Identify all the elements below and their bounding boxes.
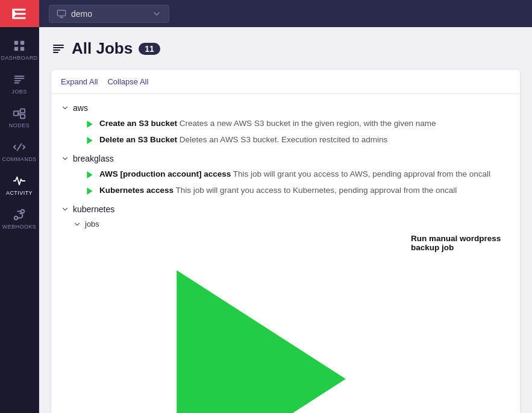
- group-breakglass-children: AWS [production account] access This job…: [51, 166, 520, 199]
- job-aws-prod-access[interactable]: AWS [production account] access This job…: [63, 166, 520, 183]
- svg-rect-7: [20, 115, 25, 118]
- svg-rect-6: [20, 109, 25, 113]
- svg-rect-4: [20, 47, 24, 51]
- job-create-s3-text: Create an S3 bucket Creates a new AWS S3…: [99, 119, 436, 128]
- svg-marker-12: [87, 121, 92, 128]
- sidebar-item-commands[interactable]: COMMANDS: [0, 134, 39, 168]
- svg-line-8: [17, 144, 21, 151]
- jobs-count-badge: 11: [139, 43, 160, 55]
- sidebar-item-jobs-label: JOBS: [11, 89, 27, 95]
- sidebar-item-webhooks-label: WEBHOOKS: [2, 224, 37, 230]
- sidebar-item-dashboard[interactable]: DASHBOARD: [0, 33, 39, 67]
- collapse-all-button[interactable]: Collapse All: [107, 77, 148, 86]
- svg-marker-15: [87, 188, 92, 195]
- group-breakglass: breakglass AWS [production account] acce…: [51, 150, 520, 200]
- group-aws-children: Create an S3 bucket Creates a new AWS S3…: [51, 116, 520, 148]
- group-kubernetes: kubernetes jobs Run manual wordpress bac…: [51, 200, 520, 413]
- group-kubernetes-header[interactable]: kubernetes: [51, 201, 520, 217]
- sidebar-item-activity-label: ACTIVITY: [6, 190, 33, 196]
- subgroup-jobs-children: Run manual wordpress backup job: [63, 231, 520, 413]
- svg-marker-13: [87, 137, 92, 144]
- svg-rect-11: [57, 10, 65, 16]
- page-title: All Jobs 11: [51, 39, 160, 58]
- header: demo: [39, 0, 532, 27]
- group-kubernetes-children: jobs Run manual wordpress backup job res…: [51, 217, 520, 413]
- subgroup-jobs-label: jobs: [85, 219, 99, 229]
- job-create-s3[interactable]: Create an S3 bucket Creates a new AWS S3…: [63, 116, 520, 132]
- sidebar-item-activity[interactable]: ACTIVITY: [0, 168, 39, 202]
- job-wordpress-backup[interactable]: Run manual wordpress backup job: [75, 231, 520, 413]
- sidebar-item-nodes-label: NODES: [9, 122, 30, 128]
- main-area: demo All Jobs 11 Expand All Collapse All: [39, 0, 532, 413]
- svg-marker-16: [177, 270, 346, 413]
- expand-all-button[interactable]: Expand All: [61, 77, 98, 86]
- job-k8s-access-text: Kubernetes access This job will grant yo…: [99, 186, 457, 195]
- sidebar-item-commands-label: COMMANDS: [2, 156, 36, 162]
- svg-rect-3: [14, 47, 18, 51]
- group-aws: aws Create an S3 bucket Creates a new AW…: [51, 99, 520, 150]
- group-kubernetes-label: kubernetes: [73, 204, 114, 214]
- job-delete-s3-text: Delete an S3 Bucket Deletes an AWS S3 bu…: [99, 135, 387, 144]
- svg-rect-1: [14, 41, 18, 45]
- sidebar-item-nodes[interactable]: NODES: [0, 101, 39, 134]
- content-area: All Jobs 11 Expand All Collapse All aws: [39, 27, 532, 413]
- jobs-panel: Expand All Collapse All aws Create an S3…: [51, 70, 520, 413]
- job-k8s-access[interactable]: Kubernetes access This job will grant yo…: [63, 183, 520, 199]
- sidebar-item-webhooks[interactable]: WEBHOOKS: [0, 202, 39, 236]
- subgroup-jobs-header[interactable]: jobs: [63, 217, 520, 231]
- group-breakglass-header[interactable]: breakglass: [51, 151, 520, 166]
- environment-select-value: demo: [71, 9, 92, 19]
- job-aws-prod-access-text: AWS [production account] access This job…: [99, 169, 490, 178]
- app-logo[interactable]: [0, 0, 39, 27]
- group-breakglass-label: breakglass: [73, 154, 114, 163]
- svg-point-10: [21, 210, 25, 213]
- svg-marker-14: [87, 171, 92, 178]
- group-aws-label: aws: [73, 103, 88, 113]
- page-title-text: All Jobs: [72, 39, 133, 58]
- panel-toolbar: Expand All Collapse All: [51, 70, 520, 94]
- sidebar-item-jobs[interactable]: JOBS: [0, 67, 39, 101]
- sidebar-item-dashboard-label: DASHBOARD: [1, 55, 37, 61]
- job-delete-s3[interactable]: Delete an S3 Bucket Deletes an AWS S3 bu…: [63, 132, 520, 148]
- sidebar: DASHBOARD JOBS NODES COMMANDS ACTIVITY W…: [0, 0, 39, 413]
- svg-rect-2: [20, 41, 24, 45]
- jobs-list: aws Create an S3 bucket Creates a new AW…: [51, 94, 520, 413]
- environment-select[interactable]: demo: [49, 5, 169, 23]
- page-header: All Jobs 11: [51, 39, 520, 58]
- job-wordpress-backup-text: Run manual wordpress backup job: [411, 234, 510, 252]
- svg-rect-5: [14, 111, 18, 115]
- group-aws-header[interactable]: aws: [51, 100, 520, 116]
